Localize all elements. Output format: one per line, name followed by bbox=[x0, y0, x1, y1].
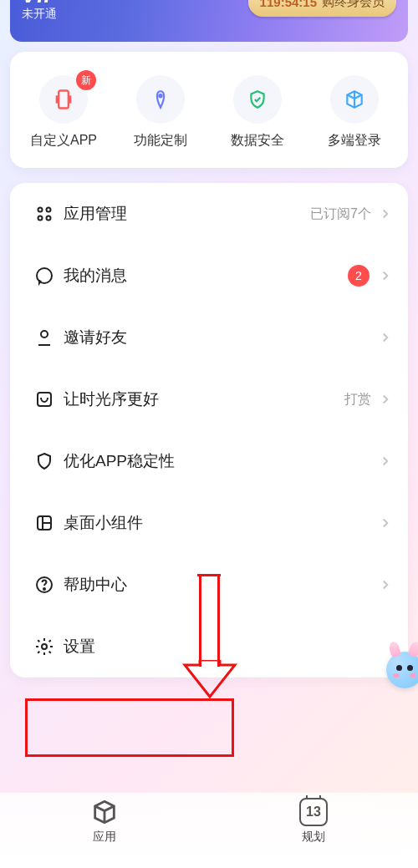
nav-label: 应用 bbox=[93, 830, 116, 845]
row-title: 优化APP稳定性 bbox=[64, 450, 378, 472]
shortcut-custom-app[interactable]: 新 自定义APP bbox=[15, 75, 112, 150]
shield-icon bbox=[25, 451, 64, 471]
chevron-right-icon bbox=[378, 268, 393, 283]
cube-icon bbox=[330, 75, 379, 124]
shortcut-label: 数据安全 bbox=[231, 132, 284, 150]
help-icon bbox=[25, 575, 64, 595]
row-app-management[interactable]: 应用管理 已订阅7个 bbox=[10, 183, 408, 245]
row-desktop-widget[interactable]: 桌面小组件 bbox=[10, 492, 408, 554]
chevron-right-icon bbox=[378, 577, 393, 592]
svg-rect-10 bbox=[38, 393, 51, 406]
vip-banner[interactable]: VIP 未开通 119:54:15 购终身会员 bbox=[10, 0, 408, 42]
shortcut-label: 自定义APP bbox=[30, 132, 97, 150]
svg-rect-0 bbox=[59, 91, 69, 109]
vip-status: 未开通 bbox=[22, 7, 59, 22]
svg-point-4 bbox=[38, 208, 43, 212]
new-badge: 新 bbox=[76, 70, 96, 90]
gear-icon bbox=[25, 637, 64, 657]
svg-point-7 bbox=[47, 216, 51, 221]
shortcut-label: 多端登录 bbox=[328, 132, 381, 150]
cube-outline-icon bbox=[90, 798, 119, 826]
row-improve-app[interactable]: 让时光序更好 打赏 bbox=[10, 368, 408, 430]
row-title: 让时光序更好 bbox=[64, 388, 344, 410]
row-title: 桌面小组件 bbox=[64, 512, 378, 534]
grid-icon bbox=[25, 204, 64, 224]
settings-list: 应用管理 已订阅7个 我的消息 2 邀请好友 让时光序更好 打赏 优化APP稳定… bbox=[10, 183, 408, 678]
svg-point-16 bbox=[42, 644, 47, 649]
chat-icon bbox=[25, 266, 64, 286]
vip-cta-label: 购终身会员 bbox=[322, 0, 385, 10]
row-help-center[interactable]: 帮助中心 bbox=[10, 554, 408, 616]
svg-point-9 bbox=[41, 331, 48, 338]
row-trail: 打赏 bbox=[344, 391, 371, 409]
row-title: 邀请好友 bbox=[64, 327, 378, 348]
chevron-right-icon bbox=[378, 392, 393, 407]
annotation-arrow bbox=[197, 574, 221, 576]
svg-point-15 bbox=[43, 588, 45, 590]
row-optimize-stability[interactable]: 优化APP稳定性 bbox=[10, 430, 408, 492]
row-settings[interactable]: 设置 bbox=[10, 616, 408, 678]
nav-plan[interactable]: 13 规划 bbox=[209, 798, 418, 868]
vip-info: VIP 未开通 bbox=[22, 0, 59, 22]
row-title: 我的消息 bbox=[64, 265, 348, 287]
shortcut-data-security[interactable]: 数据安全 bbox=[209, 75, 306, 150]
nav-label: 规划 bbox=[302, 830, 325, 845]
chevron-right-icon bbox=[378, 454, 393, 469]
phone-icon: 新 bbox=[39, 75, 88, 124]
row-title: 帮助中心 bbox=[64, 574, 378, 596]
svg-point-3 bbox=[159, 94, 161, 97]
unread-count-badge: 2 bbox=[348, 265, 370, 287]
calendar-day: 13 bbox=[306, 805, 321, 820]
shortcut-multi-login[interactable]: 多端登录 bbox=[306, 75, 403, 150]
calendar-icon: 13 bbox=[299, 798, 328, 826]
shortcut-label: 功能定制 bbox=[134, 132, 187, 150]
annotation-highlight-box bbox=[25, 698, 234, 757]
shield-check-icon bbox=[233, 75, 282, 124]
row-trail: 已订阅7个 bbox=[310, 206, 371, 223]
row-title: 设置 bbox=[64, 636, 393, 657]
pocket-icon bbox=[25, 389, 64, 409]
row-title: 应用管理 bbox=[64, 203, 310, 225]
bottom-nav: 应用 13 规划 bbox=[0, 793, 418, 868]
shortcuts-card: 新 自定义APP 功能定制 数据安全 多端登录 bbox=[10, 52, 408, 168]
row-invite-friends[interactable]: 邀请好友 bbox=[10, 307, 408, 368]
vip-purchase-button[interactable]: 119:54:15 购终身会员 bbox=[248, 0, 396, 17]
shortcut-feature-customize[interactable]: 功能定制 bbox=[112, 75, 209, 150]
svg-point-6 bbox=[38, 216, 43, 221]
chevron-right-icon bbox=[378, 206, 393, 221]
row-my-messages[interactable]: 我的消息 2 bbox=[10, 245, 408, 307]
user-icon bbox=[25, 327, 64, 348]
nav-app[interactable]: 应用 bbox=[0, 798, 209, 868]
pen-icon bbox=[136, 75, 185, 124]
vip-countdown: 119:54:15 bbox=[260, 0, 317, 9]
chevron-right-icon bbox=[378, 330, 393, 345]
mascot-icon[interactable] bbox=[386, 652, 418, 688]
svg-point-5 bbox=[47, 208, 51, 212]
layout-icon bbox=[25, 513, 64, 533]
chevron-right-icon bbox=[378, 515, 393, 530]
